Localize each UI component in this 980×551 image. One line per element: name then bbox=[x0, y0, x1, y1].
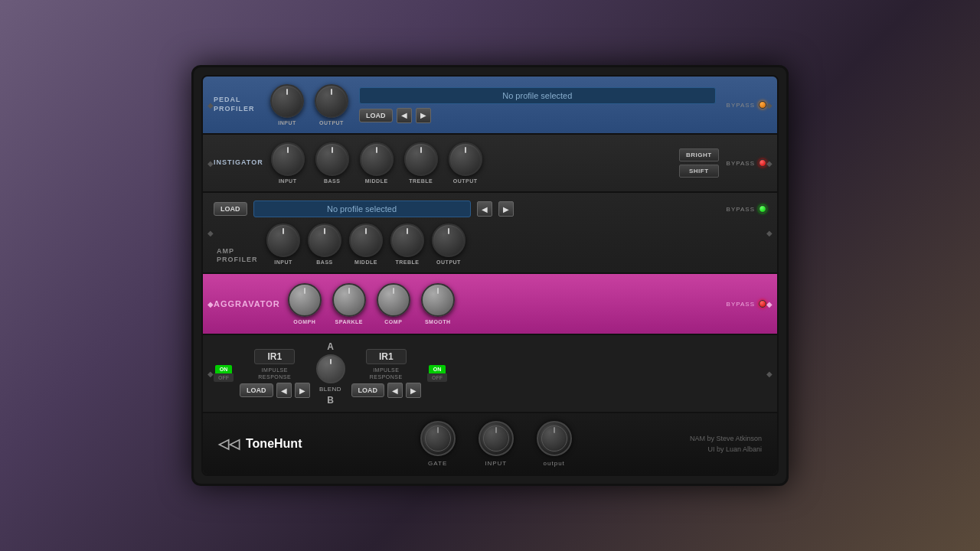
amp-prev-button[interactable]: ◀ bbox=[477, 201, 492, 217]
instigator-expand-right[interactable]: ◆ bbox=[766, 159, 773, 168]
instigator-bass-knob[interactable] bbox=[315, 142, 349, 176]
amp-expand-right[interactable]: ◆ bbox=[766, 229, 773, 237]
instigator-bypass: BYPASS bbox=[727, 159, 766, 167]
instigator-input-knob[interactable] bbox=[271, 142, 305, 176]
instigator-bass-group: BASS bbox=[315, 142, 349, 184]
plugin-container: ◆ PEDAL PROFILER INPUT OUTPUT No profile… bbox=[201, 75, 779, 476]
amp-next-button[interactable]: ▶ bbox=[498, 201, 514, 217]
ir-a-label: IR1 bbox=[254, 349, 295, 364]
instigator-output-knob[interactable] bbox=[449, 142, 482, 176]
amp-profiler-section: ◆ LOAD No profile selected ◀ ▶ BYPASS AM… bbox=[203, 193, 777, 274]
ir-expand-right[interactable]: ◆ bbox=[766, 370, 773, 378]
logo-icon: ◁◁ bbox=[218, 435, 240, 452]
aggravator-comp-label: COMP bbox=[384, 319, 402, 324]
credit-line2: UI by Luan Albani bbox=[690, 444, 762, 455]
pedal-profile-controls: LOAD ◀ ▶ bbox=[359, 108, 716, 123]
ir-a-next-button[interactable]: ▶ bbox=[295, 383, 310, 398]
ir-a-prev-button[interactable]: ◀ bbox=[276, 383, 292, 398]
aggravator-comp-knob[interactable] bbox=[377, 283, 410, 317]
aggravator-expand-left[interactable]: ◆ bbox=[207, 300, 214, 308]
amp-output-knob[interactable] bbox=[432, 223, 466, 257]
aggravator-sparkle-group: SPARKLE bbox=[332, 283, 366, 324]
aggravator-bypass: BYPASS bbox=[727, 300, 766, 308]
amp-middle-group: MIDDLE bbox=[349, 223, 383, 265]
ir-a-load-button[interactable]: LOAD bbox=[240, 383, 273, 397]
ir-a-on-label[interactable]: ON bbox=[215, 365, 233, 373]
instigator-input-group: INPUT bbox=[271, 142, 305, 184]
pedal-prev-button[interactable]: ◀ bbox=[397, 108, 412, 123]
instigator-treble-knob[interactable] bbox=[404, 142, 438, 176]
pedal-load-button[interactable]: LOAD bbox=[359, 109, 393, 122]
amp-output-label: OUTPUT bbox=[436, 259, 461, 265]
amp-bypass: BYPASS bbox=[727, 205, 766, 213]
instigator-bypass-label: BYPASS bbox=[727, 160, 755, 167]
pedal-next-button[interactable]: ▶ bbox=[416, 108, 431, 123]
aggravator-smooth-knob[interactable] bbox=[421, 283, 455, 317]
aggravator-expand-right[interactable]: ◆ bbox=[766, 300, 773, 308]
amp-middle-label: MIDDLE bbox=[354, 259, 377, 265]
ir-b-load-button[interactable]: LOAD bbox=[351, 383, 385, 397]
amp-profile-display: No profile selected bbox=[253, 201, 471, 217]
input-knob-group: INPUT bbox=[479, 421, 514, 467]
aggravator-oomph-knob[interactable] bbox=[288, 283, 322, 317]
gate-knob[interactable] bbox=[420, 421, 456, 456]
amp-bypass-led[interactable] bbox=[759, 205, 766, 213]
pedal-input-knob-group: INPUT bbox=[270, 84, 304, 126]
pedal-bypass: BYPASS bbox=[727, 101, 766, 109]
instigator-label: INSTIGATOR bbox=[214, 158, 263, 168]
footer-input-knob[interactable] bbox=[479, 421, 514, 456]
amp-profiler-label: AMP PROFILER bbox=[217, 247, 259, 265]
instigator-bypass-led[interactable] bbox=[759, 159, 766, 167]
tonehunt-logo: ◁◁ ToneHunt bbox=[218, 435, 302, 452]
ir-expand-left[interactable]: ◆ bbox=[207, 370, 214, 378]
ir-a-onoff-switch[interactable]: ON OFF bbox=[214, 365, 234, 382]
blend-knob[interactable] bbox=[316, 354, 345, 383]
ir-a-off-label[interactable]: OFF bbox=[214, 373, 234, 382]
pedal-profile-selector: No profile selected LOAD ◀ ▶ bbox=[359, 87, 716, 123]
bright-button[interactable]: BRIGHT bbox=[679, 148, 719, 161]
amp-output-group: OUTPUT bbox=[432, 223, 466, 265]
pedal-output-knob[interactable] bbox=[315, 84, 348, 118]
aggravator-section: ◆ AGGRAVATOR OOMPH SPARKLE COMP SMOOTH bbox=[203, 274, 777, 335]
ir-b-prev-button[interactable]: ◀ bbox=[387, 383, 403, 398]
amp-load-button[interactable]: LOAD bbox=[214, 202, 247, 216]
aggravator-smooth-group: SMOOTH bbox=[421, 283, 455, 324]
instigator-bass-label: BASS bbox=[324, 178, 340, 184]
ir-b-controls: LOAD ◀ ▶ bbox=[351, 383, 422, 398]
pedal-profile-display: No profile selected bbox=[359, 87, 716, 104]
ir-a-block: IR1 IMPULSERESPONSE LOAD ◀ ▶ bbox=[240, 349, 310, 398]
instigator-expand-left[interactable]: ◆ bbox=[207, 159, 214, 168]
output-knob-group: output bbox=[537, 421, 572, 467]
pedal-expand-left[interactable]: ◆ bbox=[207, 101, 214, 109]
aggravator-bypass-led[interactable] bbox=[759, 300, 766, 308]
amp-treble-knob[interactable] bbox=[390, 223, 424, 257]
ir-b-off-label[interactable]: OFF bbox=[427, 373, 447, 382]
aggravator-comp-group: COMP bbox=[377, 283, 410, 324]
amp-middle-knob[interactable] bbox=[349, 223, 383, 257]
logo-text: ToneHunt bbox=[246, 437, 302, 451]
instigator-output-group: OUTPUT bbox=[449, 142, 482, 184]
ir-b-onoff-switch[interactable]: ON OFF bbox=[427, 365, 447, 382]
pedal-output-knob-group: OUTPUT bbox=[315, 84, 348, 126]
aggravator-sparkle-knob[interactable] bbox=[332, 283, 366, 317]
pedal-input-knob[interactable] bbox=[270, 84, 304, 118]
amp-input-knob[interactable] bbox=[266, 223, 300, 257]
amp-treble-group: TREBLE bbox=[390, 223, 424, 265]
instigator-treble-group: TREBLE bbox=[404, 142, 438, 184]
amp-treble-label: TREBLE bbox=[396, 259, 420, 265]
ir-b-label: IR1 bbox=[366, 349, 407, 364]
footer-controls: GATE INPUT output bbox=[420, 421, 572, 467]
instigator-output-label: OUTPUT bbox=[453, 178, 478, 184]
pedal-bypass-label: BYPASS bbox=[727, 102, 755, 109]
credit-line1: NAM by Steve Atkinson bbox=[690, 433, 762, 444]
amp-expand-left[interactable]: ◆ bbox=[207, 229, 214, 237]
pedal-bypass-led[interactable] bbox=[759, 101, 766, 109]
ir-b-sub-label: IMPULSERESPONSE bbox=[370, 367, 403, 380]
ir-b-on-label[interactable]: ON bbox=[429, 365, 446, 373]
instigator-middle-knob[interactable] bbox=[360, 142, 394, 176]
pedal-expand-right[interactable]: ◆ bbox=[766, 101, 773, 109]
ir-b-next-button[interactable]: ▶ bbox=[406, 383, 421, 398]
footer-output-knob[interactable] bbox=[537, 421, 572, 456]
shift-button[interactable]: SHIFT bbox=[679, 165, 719, 178]
amp-bass-knob[interactable] bbox=[308, 223, 341, 257]
